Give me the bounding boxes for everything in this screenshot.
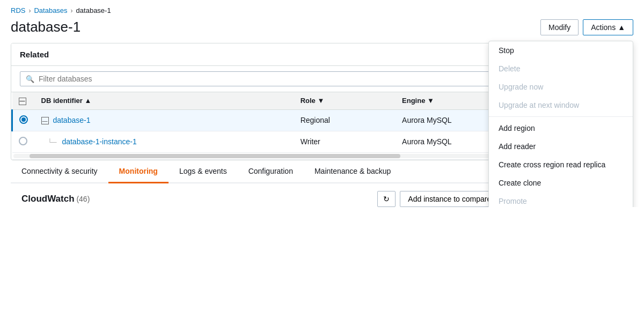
add-instance-compare-button[interactable]: Add instance to compare xyxy=(400,191,499,207)
db-link-2[interactable]: database-1-instance-1 xyxy=(62,137,136,146)
row-role-1: Regional xyxy=(294,109,396,131)
cloudwatch-title: CloudWatch xyxy=(21,194,75,204)
breadcrumb: RDS › Databases › database-1 xyxy=(0,0,644,17)
dropdown-delete: Delete xyxy=(489,60,633,78)
row-radio-1[interactable] xyxy=(12,109,35,131)
breadcrumb-current: database-1 xyxy=(76,6,111,14)
search-icon: 🔍 xyxy=(26,75,34,83)
breadcrumb-sep-2: › xyxy=(71,7,73,14)
db-link-1[interactable]: database-1 xyxy=(53,116,90,124)
refresh-button[interactable]: ↻ xyxy=(377,191,396,207)
row-identifier-1: — database-1 xyxy=(35,109,294,131)
dropdown-stop[interactable]: Stop xyxy=(489,41,633,60)
modify-button[interactable]: Modify xyxy=(540,19,579,35)
row-expand-icon-1[interactable]: — xyxy=(41,117,49,124)
row-identifier-2: └─ database-1-instance-1 xyxy=(35,131,294,152)
dropdown-divider-1 xyxy=(489,116,633,117)
actions-button[interactable]: Actions ▲ xyxy=(583,19,633,35)
breadcrumb-sep-1: › xyxy=(28,7,31,14)
radio-selected-icon xyxy=(19,115,28,124)
cloudwatch-title-wrap: CloudWatch (46) xyxy=(21,194,90,204)
radio-empty-icon xyxy=(19,137,27,145)
dropdown-promote: Promote xyxy=(489,192,633,207)
dropdown-cross-region[interactable]: Create cross region read replica xyxy=(489,156,633,174)
expand-all-icon[interactable]: — xyxy=(19,98,26,105)
header-buttons: Modify Actions ▲ Stop Delete Upgrade now… xyxy=(540,19,633,35)
dropdown-add-reader[interactable]: Add reader xyxy=(489,137,633,156)
dropdown-add-region[interactable]: Add region xyxy=(489,119,633,137)
tree-line-icon: └─ xyxy=(48,138,57,146)
cloudwatch-count: (46) xyxy=(76,195,90,203)
breadcrumb-rds[interactable]: RDS xyxy=(11,6,25,14)
refresh-icon: ↻ xyxy=(383,195,390,203)
role-filter-icon: ▼ xyxy=(317,97,324,105)
tab-configuration[interactable]: Configuration xyxy=(238,160,304,183)
page-title: database-1 xyxy=(11,19,80,35)
tab-logs[interactable]: Logs & events xyxy=(169,160,238,183)
tab-monitoring[interactable]: Monitoring xyxy=(108,160,169,183)
dropdown-upgrade-now: Upgrade now xyxy=(489,78,633,96)
row-role-2: Writer xyxy=(294,131,396,152)
row-radio-2[interactable] xyxy=(12,131,35,152)
engine-filter-icon: ▼ xyxy=(427,97,434,105)
tab-connectivity[interactable]: Connectivity & security xyxy=(11,160,108,183)
page-header: database-1 Modify Actions ▲ Stop Delete … xyxy=(0,17,644,43)
col-role[interactable]: Role ▼ xyxy=(294,92,396,109)
breadcrumb-databases[interactable]: Databases xyxy=(34,6,67,14)
col-db-identifier[interactable]: DB identifier ▲ xyxy=(35,92,294,109)
actions-chevron-icon: ▲ xyxy=(618,23,625,32)
dropdown-clone[interactable]: Create clone xyxy=(489,174,633,192)
col-select: — xyxy=(12,92,35,109)
scroll-thumb[interactable] xyxy=(30,154,401,158)
sort-icon: ▲ xyxy=(84,97,91,105)
actions-dropdown: Stop Delete Upgrade now Upgrade at next … xyxy=(488,41,633,207)
tab-maintenance[interactable]: Maintenance & backup xyxy=(304,160,401,183)
dropdown-upgrade-next: Upgrade at next window xyxy=(489,96,633,114)
